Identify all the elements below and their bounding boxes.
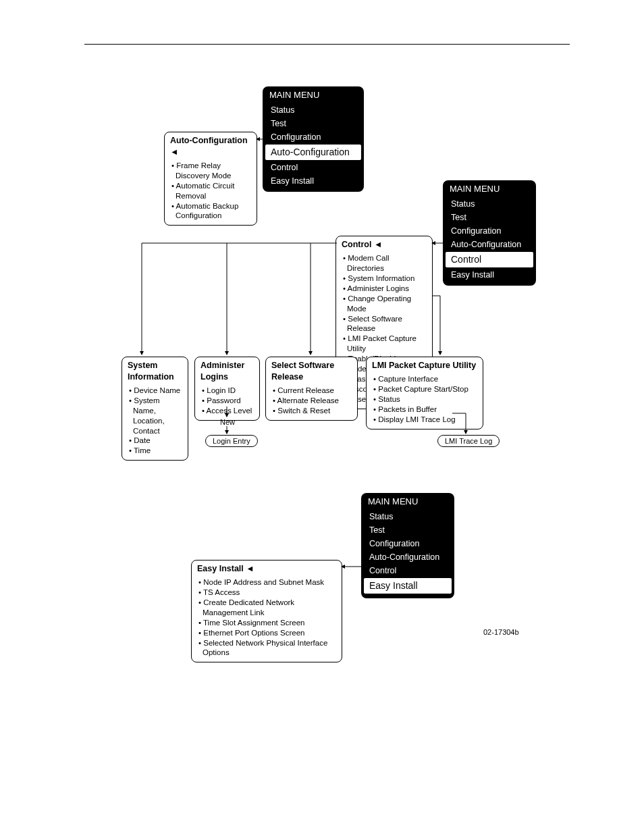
- menu-item: Test: [443, 211, 536, 224]
- menu-item: Control: [361, 564, 454, 577]
- box-title: Control ◄: [342, 239, 427, 251]
- menu-item: Status: [263, 103, 364, 117]
- box-list: Current Release Alternate Release Switch…: [271, 386, 352, 416]
- menu-item: Status: [361, 510, 454, 523]
- menu-item: Test: [263, 117, 364, 130]
- box-title: Easy Install ◄: [197, 563, 336, 575]
- divider: [84, 44, 570, 45]
- box-list: Device Name System Name, Location, Conta…: [128, 386, 182, 457]
- main-menu-2: MAIN MENU Status Test Configuration Auto…: [443, 180, 536, 286]
- box-list: Node IP Address and Subnet Mask TS Acces…: [197, 577, 336, 658]
- box-title: Auto-Configuration ◄: [170, 135, 251, 158]
- select-software-release-box: Select Software Release Current Release …: [265, 357, 358, 421]
- menu-item: Auto-Configuration: [361, 550, 454, 564]
- menu-item: Easy Install: [263, 174, 364, 188]
- menu-item: Control: [263, 161, 364, 174]
- box-list: Login ID Password Access Level: [200, 386, 254, 416]
- menu-item: Configuration: [443, 224, 536, 238]
- main-menu-1: MAIN MENU Status Test Configuration Auto…: [263, 86, 364, 192]
- administer-logins-box: Administer Logins Login ID Password Acce…: [194, 357, 260, 421]
- auto-configuration-box: Auto-Configuration ◄ Frame Relay Discove…: [164, 132, 257, 226]
- easy-install-box: Easy Install ◄ Node IP Address and Subne…: [191, 560, 342, 662]
- menu-title: MAIN MENU: [361, 493, 454, 510]
- box-title: Select Software Release: [271, 360, 352, 383]
- menu-item: Test: [361, 523, 454, 537]
- menu-title: MAIN MENU: [443, 180, 536, 197]
- lmi-trace-log-pill: LMI Trace Log: [437, 435, 500, 447]
- system-information-box: System Information Device Name System Na…: [122, 357, 188, 461]
- box-title: LMI Packet Capture Utility: [372, 360, 477, 371]
- menu-item: Configuration: [263, 130, 364, 144]
- login-entry-pill: Login Entry: [205, 435, 258, 447]
- box-title: System Information: [128, 360, 182, 383]
- main-menu-3: MAIN MENU Status Test Configuration Auto…: [361, 493, 454, 598]
- menu-item: Easy Install: [443, 268, 536, 282]
- lmi-packet-capture-box: LMI Packet Capture Utility Capture Inter…: [366, 357, 483, 429]
- menu-highlight: Easy Install: [364, 578, 452, 593]
- new-label: New: [220, 418, 235, 426]
- menu-item: Auto-Configuration: [443, 238, 536, 251]
- box-list: Frame Relay Discovery Mode Automatic Cir…: [170, 161, 251, 221]
- menu-highlight: Control: [446, 252, 533, 267]
- menu-item: Configuration: [361, 537, 454, 550]
- figure-number: 02-17304b: [483, 628, 519, 636]
- menu-highlight: Auto-Configuration: [265, 145, 361, 159]
- box-list: Capture Interface Packet Capture Start/S…: [372, 374, 477, 425]
- box-title: Administer Logins: [200, 360, 254, 383]
- menu-title: MAIN MENU: [263, 86, 364, 103]
- menu-item: Status: [443, 197, 536, 211]
